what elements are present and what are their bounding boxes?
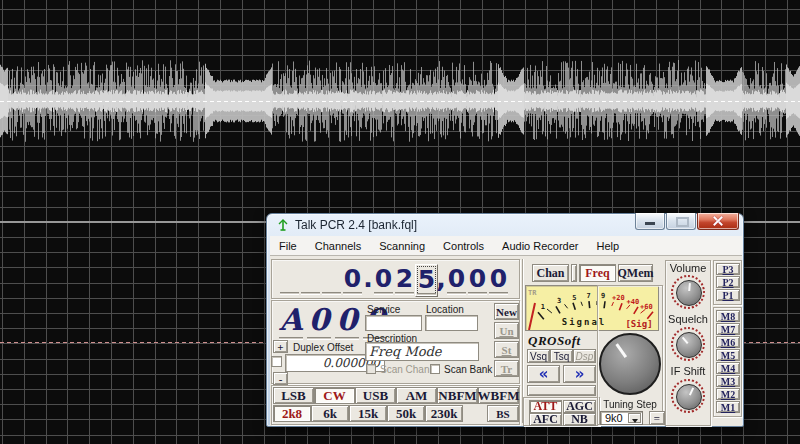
new-button[interactable]: New (494, 303, 519, 320)
filter-230k[interactable]: 230k (425, 405, 463, 422)
tuning-step-value: 9k0 (605, 412, 623, 424)
maximize-button[interactable] (666, 213, 696, 230)
window-title: Talk PCR 2.4 [bank.fql] (295, 218, 417, 232)
app-icon (276, 218, 290, 232)
filter-6k[interactable]: 6k (311, 405, 349, 422)
freq-digit[interactable]: 0 (488, 264, 509, 295)
m2-button[interactable]: M2 (716, 388, 740, 400)
tab-qmem[interactable]: QMem (618, 264, 653, 282)
freq-digit[interactable]: 2 (394, 264, 415, 295)
freq-digit[interactable]: 0 (467, 264, 488, 295)
if-shift-knob[interactable] (671, 379, 705, 413)
m1-button[interactable]: M1 (716, 401, 740, 413)
svg-text:5: 5 (572, 294, 576, 302)
talk-pcr-window: Talk PCR 2.4 [bank.fql] File Channels Sc… (266, 213, 744, 427)
mode-nbfm[interactable]: NBFM (437, 387, 478, 404)
p1-button[interactable]: P1 (716, 289, 740, 301)
filter-50k[interactable]: 50k (387, 405, 425, 422)
freq-digit[interactable] (279, 264, 300, 295)
m8-button[interactable]: M8 (716, 310, 740, 322)
menu-help[interactable]: Help (588, 237, 629, 255)
menu-channels[interactable]: Channels (306, 237, 370, 255)
volume-knob[interactable] (671, 275, 705, 309)
channel-cell[interactable]: A (277, 302, 305, 340)
afc-button[interactable]: AFC (529, 413, 562, 426)
channel-cell[interactable]: 0 (333, 302, 361, 340)
spacer-button[interactable] (527, 385, 596, 396)
scan-chan-label: Scan Chan (380, 364, 429, 375)
m4-button[interactable]: M4 (716, 362, 740, 374)
volume-knob-pointer (676, 280, 702, 306)
freq-digit[interactable] (300, 264, 321, 295)
tuning-step-dropdown[interactable]: 9k0 (600, 411, 643, 425)
tuning-knob[interactable] (599, 333, 661, 395)
tab-freq[interactable]: Freq (579, 264, 616, 282)
service-input[interactable] (365, 315, 422, 331)
location-input[interactable] (425, 315, 478, 331)
m3-button[interactable]: M3 (716, 375, 740, 387)
squelch-label: Squelch (665, 313, 711, 325)
freq-comma: , (436, 264, 446, 295)
freq-digit[interactable]: 0 (373, 264, 394, 295)
filter-15k[interactable]: 15k (349, 405, 387, 422)
svg-text:3: 3 (557, 297, 561, 305)
tab-divider (571, 264, 577, 282)
tr-button[interactable]: Tr (494, 360, 519, 377)
mode-lsb[interactable]: LSB (273, 387, 314, 404)
bs-button[interactable]: BS (487, 405, 519, 422)
m7-button[interactable]: M7 (716, 323, 740, 335)
scan-bank-checkbox[interactable] (430, 364, 440, 374)
minimize-button[interactable] (635, 213, 665, 230)
svg-text:1: 1 (541, 303, 545, 311)
un-button[interactable]: Un (494, 322, 519, 339)
vsq-button[interactable]: Vsq (527, 349, 550, 363)
freq-digit[interactable]: 0 (342, 264, 363, 295)
tsq-button[interactable]: Tsq (550, 349, 573, 363)
p3-button[interactable]: P3 (716, 263, 740, 275)
duplex-offset-label: Duplex Offset (293, 342, 353, 353)
tab-chan[interactable]: Chan (532, 264, 569, 282)
dropdown-arrow-icon[interactable] (628, 413, 641, 423)
squelch-knob[interactable] (671, 327, 705, 361)
client-area: 0 . 0 2 5 , 0 0 0 A 0 0 0 + Duplex Offse… (270, 255, 742, 426)
equals-button[interactable]: = (649, 411, 665, 425)
mode-am[interactable]: AM (396, 387, 437, 404)
if-shift-label: IF Shift (665, 365, 711, 377)
title-bar[interactable]: Talk PCR 2.4 [bank.fql] (267, 214, 743, 236)
channel-cell[interactable]: 0 (305, 302, 333, 340)
filter-2k8[interactable]: 2k8 (273, 405, 311, 422)
p2-button[interactable]: P2 (716, 276, 740, 288)
menu-file[interactable]: File (270, 237, 306, 255)
scan-chan-checkbox[interactable] (366, 364, 376, 374)
m6-button[interactable]: M6 (716, 336, 740, 348)
mode-cw[interactable]: CW (314, 387, 355, 404)
qrosoft-logo: QROSoft (528, 333, 581, 349)
volume-label: Volume (665, 262, 711, 274)
mode-wbfm[interactable]: WBFM (478, 387, 519, 404)
duplex-minus-button[interactable]: - (273, 372, 288, 385)
svg-text:TR: TR (528, 289, 537, 297)
caption-buttons (634, 213, 739, 230)
description-input[interactable]: Freq Mode (365, 342, 479, 361)
menu-controls[interactable]: Controls (434, 237, 493, 255)
m5-button[interactable]: M5 (716, 349, 740, 361)
freq-digit[interactable]: 0 (446, 264, 467, 295)
scan-bank-label: Scan Bank (444, 364, 492, 375)
tuning-step-label: Tuning Step (597, 399, 663, 410)
menu-scanning[interactable]: Scanning (370, 237, 434, 255)
step-up-button[interactable]: » (563, 365, 596, 383)
duplex-plus-button[interactable]: + (273, 340, 288, 353)
mode-usb[interactable]: USB (355, 387, 396, 404)
close-button[interactable] (697, 213, 739, 230)
menu-bar: File Channels Scanning Controls Audio Re… (270, 236, 742, 256)
freq-decimal-point: . (363, 264, 373, 295)
step-down-button[interactable]: « (527, 365, 560, 383)
freq-digit-focused[interactable]: 5 (415, 264, 438, 297)
menu-audio-recorder[interactable]: Audio Recorder (493, 237, 587, 255)
st-button[interactable]: St (494, 341, 519, 358)
nb-button[interactable]: NB (563, 413, 596, 426)
freq-digit[interactable] (321, 264, 342, 295)
duplex-checkbox[interactable] (271, 356, 282, 367)
location-label: Location (426, 304, 464, 315)
desktop-screen: Talk PCR 2.4 [bank.fql] File Channels Sc… (0, 0, 800, 444)
